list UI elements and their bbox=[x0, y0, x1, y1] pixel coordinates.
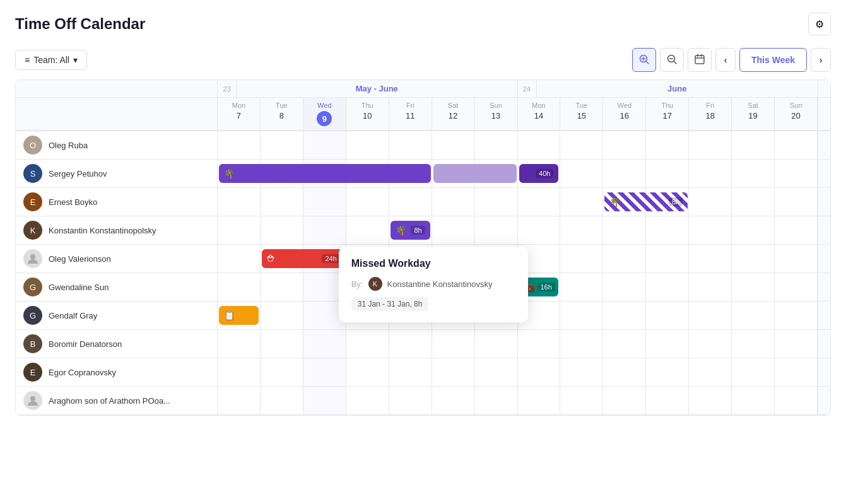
svg-line-5 bbox=[674, 61, 677, 64]
day-data-cell bbox=[560, 131, 603, 160]
day-data-cell bbox=[646, 330, 689, 358]
day-data-cell bbox=[218, 216, 261, 245]
day-data-cell bbox=[775, 302, 818, 330]
day-data-cell bbox=[346, 188, 389, 216]
day-data-cell bbox=[432, 131, 475, 160]
event-bar[interactable]: 🌴8h bbox=[391, 221, 430, 240]
day-data-cell bbox=[475, 131, 518, 160]
day-data-cell: 📋 bbox=[218, 302, 261, 330]
person-name-cell: BBoromir Denatorson bbox=[16, 330, 218, 358]
person-label: Sergey Petuhov bbox=[49, 169, 107, 179]
day-data-cell bbox=[646, 160, 689, 188]
week-24-span: June bbox=[537, 80, 818, 97]
avatar: E bbox=[23, 192, 42, 211]
day-data-cell bbox=[732, 387, 775, 415]
zoom-out-button[interactable] bbox=[660, 48, 684, 72]
event-bar[interactable]: 40h bbox=[519, 164, 559, 183]
person-row: OOleg Ruba bbox=[16, 131, 830, 160]
week-23-span: May - June bbox=[237, 80, 518, 97]
nav-controls: ‹ This Week › bbox=[632, 48, 831, 72]
person-name-cell: OOleg Ruba bbox=[16, 131, 218, 160]
calendar-icon bbox=[694, 54, 705, 67]
event-bar[interactable]: ⛑24h bbox=[262, 249, 345, 268]
day-data-cell bbox=[389, 387, 432, 415]
day-data-cell bbox=[646, 358, 689, 387]
day-data-cell bbox=[218, 131, 261, 160]
team-filter-button[interactable]: ≡ Team: All ▾ bbox=[15, 50, 87, 70]
avatar: B bbox=[23, 334, 42, 353]
day-data-cell bbox=[261, 302, 303, 330]
event-bar[interactable]: 📋 bbox=[219, 306, 259, 325]
zoom-in-button[interactable] bbox=[632, 48, 656, 72]
settings-button[interactable]: ⚙ bbox=[808, 13, 831, 35]
person-label: Gendalf Gray bbox=[49, 311, 97, 320]
avatar: G bbox=[23, 306, 42, 325]
person-name-cell: Araghorn son of Arathorn POoa... bbox=[16, 387, 218, 415]
person-name-cell: SSergey Petuhov bbox=[16, 160, 218, 188]
svg-rect-7 bbox=[695, 56, 704, 64]
calendar-view-button[interactable] bbox=[688, 48, 712, 72]
day-data-cell bbox=[603, 302, 646, 330]
day-data-cell: ⛑24h bbox=[261, 245, 303, 273]
day-data-cell bbox=[560, 330, 603, 358]
day-data-cell bbox=[261, 330, 303, 358]
search-plus-icon bbox=[638, 54, 650, 67]
day-data-cell bbox=[432, 188, 475, 216]
day-data-cell bbox=[732, 188, 775, 216]
event-bar[interactable]: 🌴 bbox=[219, 164, 431, 183]
day-data-cell bbox=[689, 358, 732, 387]
day-data-cell bbox=[389, 188, 432, 216]
person-row: BBoromir Denatorson bbox=[16, 330, 830, 358]
day-data-cell bbox=[346, 330, 389, 358]
event-bar[interactable] bbox=[433, 164, 517, 183]
day-data-cell bbox=[518, 358, 561, 387]
day-data-cell bbox=[518, 387, 561, 415]
day-data-cell bbox=[603, 160, 646, 188]
day-data-cell bbox=[518, 131, 561, 160]
person-row: KKonstantin Konstantinopolsky🌴8hMissed W… bbox=[16, 216, 830, 245]
day-data-cell bbox=[560, 302, 603, 330]
day-header-sun-20: Sun20 bbox=[775, 98, 818, 130]
day-header-tue-8: Tue8 bbox=[261, 98, 303, 130]
next-week-button[interactable]: › bbox=[811, 48, 831, 72]
day-data-cell bbox=[689, 216, 732, 245]
day-data-cell bbox=[389, 131, 432, 160]
day-data-cell bbox=[560, 358, 603, 387]
day-header-thu-17: Thu17 bbox=[646, 98, 689, 130]
search-minus-icon bbox=[666, 54, 678, 67]
person-row: Araghorn son of Arathorn POoa... bbox=[16, 387, 830, 415]
day-data-cell bbox=[475, 358, 518, 387]
day-data-cell bbox=[432, 160, 475, 188]
person-name-cell: GGwendaline Sun bbox=[16, 273, 218, 302]
day-overflow bbox=[818, 98, 830, 130]
day-data-cell: 🌴8hMissed WorkdayBy:KKonstantine Konstan… bbox=[389, 216, 432, 245]
header-row: Time Off Calendar ⚙ bbox=[15, 13, 831, 35]
prev-week-button[interactable]: ‹ bbox=[715, 48, 736, 72]
chevron-down-icon: ▾ bbox=[73, 55, 78, 65]
day-data-cell bbox=[432, 387, 475, 415]
day-header-fri-11: Fri11 bbox=[389, 98, 432, 130]
day-data-cell bbox=[689, 188, 732, 216]
page-title: Time Off Calendar bbox=[15, 15, 145, 33]
day-header-mon-7: Mon7 bbox=[218, 98, 261, 130]
day-data-cell bbox=[603, 330, 646, 358]
name-column-header bbox=[16, 98, 218, 130]
day-data-cell bbox=[303, 358, 346, 387]
day-data-cell bbox=[732, 358, 775, 387]
day-data-cell bbox=[475, 216, 518, 245]
avatar: S bbox=[23, 164, 42, 183]
day-data-cell bbox=[646, 131, 689, 160]
day-data-cell bbox=[346, 216, 389, 245]
svg-point-11 bbox=[30, 254, 35, 259]
day-data-cell: 🌴8h bbox=[603, 188, 646, 216]
day-data-cell bbox=[732, 330, 775, 358]
avatar bbox=[23, 391, 42, 410]
day-data-cell bbox=[732, 131, 775, 160]
day-data-cell bbox=[603, 131, 646, 160]
this-week-button[interactable]: This Week bbox=[739, 48, 807, 72]
day-data-cell bbox=[432, 358, 475, 387]
day-header-fri-18: Fri18 bbox=[689, 98, 732, 130]
svg-point-12 bbox=[30, 396, 35, 401]
day-data-cell bbox=[389, 358, 432, 387]
event-bar[interactable]: 🌴8h bbox=[604, 192, 688, 211]
